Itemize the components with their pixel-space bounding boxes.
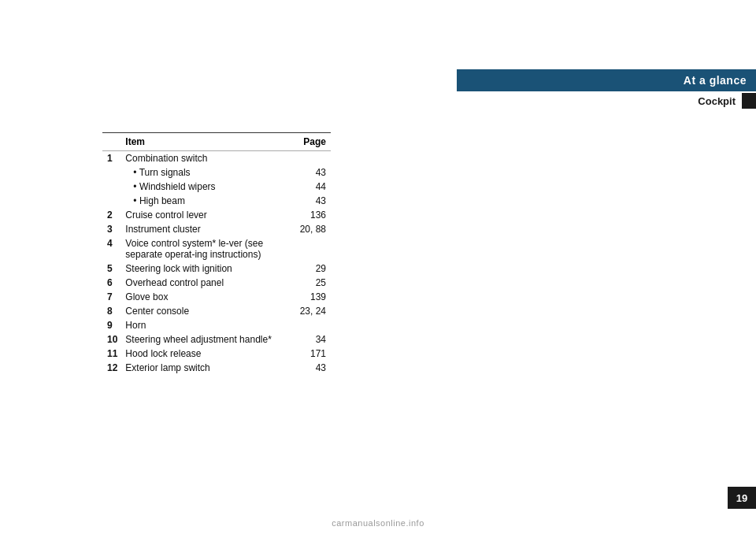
page-number: 19 (736, 492, 747, 504)
row-number: 9 (102, 318, 120, 332)
row-item: Combination switch (120, 151, 295, 166)
table-row: 10Steering wheel adjustment handle*34 (102, 332, 331, 347)
col-num-header (102, 133, 120, 151)
table-container: Item Page 1Combination switch• Turn sign… (102, 132, 331, 375)
cockpit-bar: Cockpit (457, 93, 756, 109)
row-item: Glove box (120, 290, 295, 304)
at-a-glance-label: At a glance (684, 74, 747, 87)
table-row: 9Horn (102, 318, 331, 332)
table-row: 4Voice control system* le-ver (see separ… (102, 236, 331, 261)
subrow-item: • High beam (120, 194, 295, 208)
row-number: 7 (102, 290, 120, 304)
row-item: Overhead control panel (120, 276, 295, 290)
table-header-row: Item Page (102, 133, 331, 151)
row-page: 20, 88 (295, 222, 331, 236)
row-page (295, 151, 331, 166)
row-number: 10 (102, 332, 120, 347)
watermark: carmanualsonline.info (332, 518, 424, 528)
table-row: 8Center console23, 24 (102, 304, 331, 318)
subrow-page: 43 (295, 194, 331, 208)
header-section: At a glance Cockpit (457, 69, 756, 109)
row-number: 11 (102, 347, 120, 361)
table-subrow: • Turn signals43 (102, 165, 331, 180)
col-item-header: Item (120, 133, 295, 151)
subrow-empty (102, 194, 120, 208)
row-item: Hood lock release (120, 347, 295, 361)
row-page: 171 (295, 347, 331, 361)
row-page: 139 (295, 290, 331, 304)
row-page (295, 318, 331, 332)
row-item: Center console (120, 304, 295, 318)
table-row: 1Combination switch (102, 151, 331, 166)
row-page: 23, 24 (295, 304, 331, 318)
cockpit-block-icon (742, 93, 756, 109)
row-page: 29 (295, 261, 331, 276)
row-page: 25 (295, 276, 331, 290)
table-subrow: • Windshield wipers44 (102, 180, 331, 194)
subrow-item: • Windshield wipers (120, 180, 295, 194)
row-number: 3 (102, 222, 120, 236)
row-number: 6 (102, 276, 120, 290)
row-page: 43 (295, 361, 331, 375)
cockpit-label: Cockpit (698, 95, 742, 107)
table-subrow: • High beam43 (102, 194, 331, 208)
table-row: 11Hood lock release171 (102, 347, 331, 361)
row-page: 136 (295, 208, 331, 222)
table-row: 6Overhead control panel25 (102, 276, 331, 290)
col-page-header: Page (295, 133, 331, 151)
row-number: 2 (102, 208, 120, 222)
table-row: 3Instrument cluster20, 88 (102, 222, 331, 236)
row-item: Exterior lamp switch (120, 361, 295, 375)
row-number: 8 (102, 304, 120, 318)
subrow-page: 44 (295, 180, 331, 194)
row-item: Horn (120, 318, 295, 332)
subrow-item: • Turn signals (120, 165, 295, 180)
at-a-glance-bar: At a glance (457, 69, 756, 91)
row-number: 12 (102, 361, 120, 375)
subrow-label: • High beam (125, 195, 185, 206)
row-number: 4 (102, 236, 120, 261)
cockpit-table: Item Page 1Combination switch• Turn sign… (102, 132, 331, 375)
row-page: 34 (295, 332, 331, 347)
subrow-label: • Turn signals (125, 167, 190, 178)
row-number: 5 (102, 261, 120, 276)
row-item: Steering lock with ignition (120, 261, 295, 276)
row-item: Voice control system* le-ver (see separa… (120, 236, 295, 261)
row-item: Cruise control lever (120, 208, 295, 222)
table-row: 5Steering lock with ignition29 (102, 261, 331, 276)
page-number-box: 19 (728, 487, 756, 509)
row-page (295, 236, 331, 261)
table-row: 12Exterior lamp switch43 (102, 361, 331, 375)
subrow-label: • Windshield wipers (125, 181, 215, 192)
subrow-empty (102, 165, 120, 180)
subrow-page: 43 (295, 165, 331, 180)
table-row: 2Cruise control lever136 (102, 208, 331, 222)
row-item: Steering wheel adjustment handle* (120, 332, 295, 347)
table-row: 7Glove box139 (102, 290, 331, 304)
row-number: 1 (102, 151, 120, 166)
row-item: Instrument cluster (120, 222, 295, 236)
subrow-empty (102, 180, 120, 194)
